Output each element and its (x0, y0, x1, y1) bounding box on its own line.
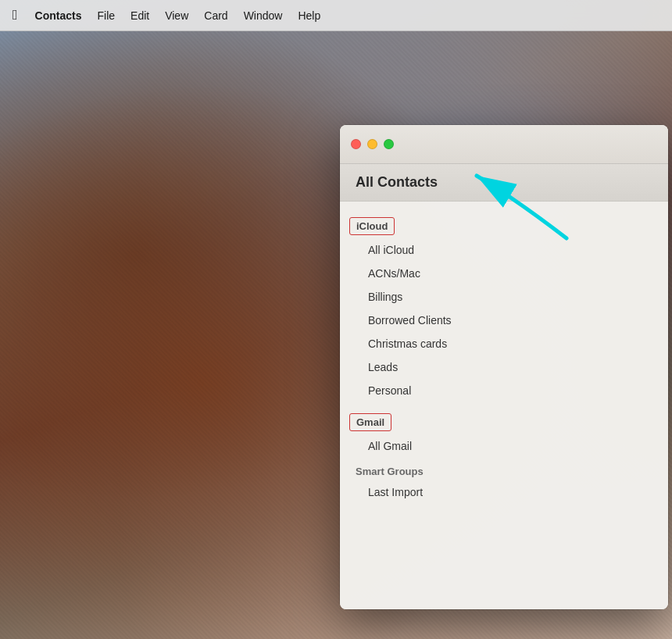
window-titlebar (340, 125, 668, 164)
apple-menu[interactable]:  (9, 0, 27, 30)
close-button[interactable] (351, 139, 361, 149)
menu-view[interactable]: View (157, 0, 196, 30)
all-contacts-header: All Contacts (340, 164, 668, 202)
menu-help[interactable]: Help (290, 0, 328, 30)
traffic-lights (351, 139, 394, 149)
sidebar-item-last-import[interactable]: Last Import (340, 480, 668, 504)
contacts-window: All Contacts iCloud All iCloud ACNs/Mac … (340, 125, 668, 609)
sidebar-item-all-gmail[interactable]: All Gmail (340, 434, 668, 458)
sidebar-item-leads[interactable]: Leads (340, 355, 668, 379)
sidebar-item-borrowed-clients[interactable]: Borrowed Clients (340, 309, 668, 332)
menu-bar:  Contacts File Edit View Card Window He… (0, 0, 672, 31)
all-contacts-title: All Contacts (356, 174, 438, 191)
sidebar-item-billings[interactable]: Billings (340, 285, 668, 309)
menu-card[interactable]: Card (196, 0, 235, 30)
minimize-button[interactable] (367, 139, 377, 149)
sidebar-item-personal[interactable]: Personal (340, 379, 668, 402)
menu-edit[interactable]: Edit (123, 0, 157, 30)
menu-contacts[interactable]: Contacts (27, 0, 90, 30)
menu-window[interactable]: Window (236, 0, 291, 30)
icloud-section-label: iCloud (349, 217, 395, 235)
window-content: All Contacts iCloud All iCloud ACNs/Mac … (340, 164, 668, 609)
maximize-button[interactable] (384, 139, 394, 149)
sidebar-item-christmas-cards[interactable]: Christmas cards (340, 332, 668, 355)
sidebar: iCloud All iCloud ACNs/Mac Billings Borr… (340, 202, 668, 609)
gmail-section-label: Gmail (349, 413, 391, 431)
smart-groups-label: Smart Groups (340, 458, 668, 480)
sidebar-item-acns-mac[interactable]: ACNs/Mac (340, 262, 668, 285)
menu-file[interactable]: File (89, 0, 123, 30)
sidebar-item-all-icloud[interactable]: All iCloud (340, 238, 668, 262)
